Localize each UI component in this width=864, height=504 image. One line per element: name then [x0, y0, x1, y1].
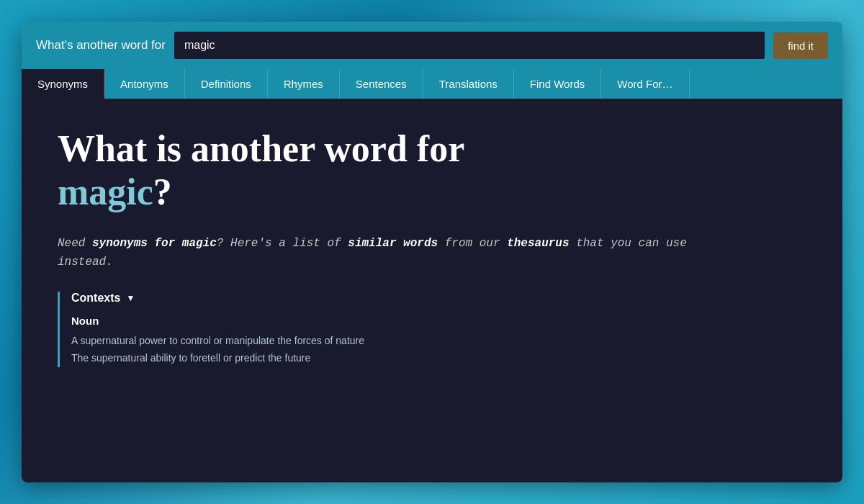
title-prefix: What is another word for — [58, 128, 464, 169]
context-item-1: A supernatural power to control or manip… — [71, 333, 806, 350]
bold-thesaurus: thesaurus — [507, 237, 569, 250]
description-text: Need synonyms for magic? Here's a list o… — [58, 234, 706, 272]
context-item-2: The supernatural ability to foretell or … — [71, 350, 806, 367]
bold-similar-words: similar words — [348, 237, 438, 250]
tab-definitions[interactable]: Definitions — [185, 69, 268, 99]
nav-tabs: Synonyms Antonyms Definitions Rhymes Sen… — [22, 69, 842, 99]
title-word: magic — [58, 171, 153, 212]
tab-rhymes[interactable]: Rhymes — [268, 69, 340, 99]
tab-find-words[interactable]: Find Words — [514, 69, 601, 99]
tab-word-forms[interactable]: Word For… — [601, 69, 689, 99]
title-suffix: ? — [153, 171, 172, 212]
tab-synonyms[interactable]: Synonyms — [22, 69, 104, 99]
noun-label: Noun — [71, 315, 806, 327]
search-label: What's another word for — [36, 38, 166, 53]
contexts-header[interactable]: Contexts ▼ — [71, 292, 806, 305]
main-content: What is another word for magic? Need syn… — [22, 99, 842, 482]
header-bar: What's another word for find it — [22, 22, 842, 69]
search-input[interactable] — [174, 32, 765, 59]
app-container: What's another word for find it Synonyms… — [22, 22, 842, 482]
contexts-box: Contexts ▼ Noun A supernatural power to … — [58, 292, 806, 367]
find-button[interactable]: find it — [773, 32, 828, 59]
tab-sentences[interactable]: Sentences — [340, 69, 423, 99]
bold-synonyms: synonyms for magic — [92, 237, 217, 250]
contexts-arrow-icon: ▼ — [126, 293, 135, 303]
tab-translations[interactable]: Translations — [423, 69, 514, 99]
contexts-label: Contexts — [71, 292, 120, 305]
page-title: What is another word for magic? — [58, 127, 806, 214]
tab-antonyms[interactable]: Antonyms — [104, 69, 185, 99]
